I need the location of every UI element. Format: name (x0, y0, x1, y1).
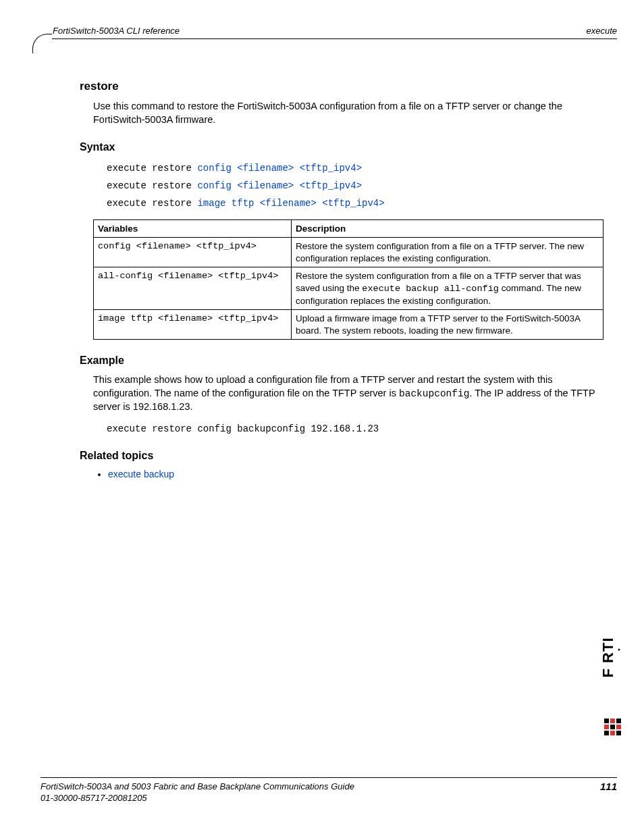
svg-rect-6 (616, 725, 621, 729)
header-right: execute (586, 26, 617, 36)
heading-syntax: Syntax (80, 141, 603, 153)
syntax-block: execute restore config <filename> <tftp_… (107, 160, 603, 213)
svg-rect-4 (604, 725, 609, 729)
svg-rect-3 (616, 719, 621, 723)
table-row: config <filename> <tftp_ipv4> Restore th… (94, 238, 603, 267)
svg-point-10 (618, 649, 620, 651)
heading-example: Example (80, 355, 603, 367)
cell-var-2: image tftp <filename> <tftp_ipv4> (94, 310, 292, 340)
example-paragraph: This example shows how to upload a confi… (93, 373, 603, 414)
svg-rect-7 (604, 731, 609, 735)
syntax-line-0-link[interactable]: config <filename> <tftp_ipv4> (197, 163, 362, 174)
svg-rect-2 (610, 719, 615, 723)
svg-rect-5 (610, 725, 615, 729)
syntax-line-0-pre: execute restore (107, 163, 197, 174)
cell-desc-1-code: execute backup all-config (362, 284, 499, 294)
cell-desc-0: Restore the system configuration from a … (292, 238, 603, 267)
intro-paragraph: Use this command to restore the FortiSwi… (93, 100, 603, 126)
example-command: execute restore config backupconfig 192.… (107, 423, 603, 435)
variables-table: Variables Description config <filename> … (93, 219, 603, 340)
footer-line2: 01-30000-85717-20081205 (41, 793, 147, 803)
table-row: image tftp <filename> <tftp_ipv4> Upload… (94, 310, 603, 340)
related-item-0: execute backup (108, 469, 603, 479)
page-content: restore Use this command to restore the … (41, 39, 617, 479)
header-curve-decor (32, 34, 52, 53)
syntax-line-2-link[interactable]: image tftp <filename> <tftp_ipv4> (197, 198, 384, 209)
syntax-line-2-pre: execute restore (107, 198, 197, 209)
running-header: FortiSwitch-5003A CLI reference execute (41, 26, 617, 39)
cell-var-1: all-config <filename> <tftp_ipv4> (94, 267, 292, 310)
cell-desc-2: Upload a firmware image from a TFTP serv… (292, 310, 603, 340)
svg-text:F  RTINET: F RTINET (602, 636, 616, 678)
fortinet-logo: F RTINET (602, 636, 624, 766)
svg-rect-1 (604, 719, 609, 723)
table-header-row: Variables Description (94, 219, 603, 238)
cell-var-0: config <filename> <tftp_ipv4> (94, 238, 292, 267)
page-footer: FortiSwitch-5003A and 5003 Fabric and Ba… (41, 777, 617, 804)
page-number: 111 (600, 781, 617, 792)
th-variables: Variables (94, 219, 292, 238)
example-para-code: backupconfig (399, 388, 469, 399)
link-execute-backup[interactable]: execute backup (108, 469, 174, 479)
syntax-line-1-link[interactable]: config <filename> <tftp_ipv4> (197, 180, 362, 191)
svg-rect-8 (610, 731, 615, 735)
cell-desc-1: Restore the system configuration from a … (292, 267, 603, 310)
heading-related: Related topics (80, 450, 603, 462)
table-row: all-config <filename> <tftp_ipv4> Restor… (94, 267, 603, 310)
footer-left: FortiSwitch-5003A and 5003 Fabric and Ba… (41, 781, 354, 804)
related-topics-list: execute backup (93, 469, 603, 479)
footer-line1: FortiSwitch-5003A and 5003 Fabric and Ba… (41, 781, 354, 791)
th-description: Description (292, 219, 603, 238)
header-left: FortiSwitch-5003A CLI reference (53, 26, 180, 36)
section-title-restore: restore (80, 80, 603, 93)
syntax-line-1-pre: execute restore (107, 180, 197, 191)
svg-rect-9 (616, 731, 621, 735)
